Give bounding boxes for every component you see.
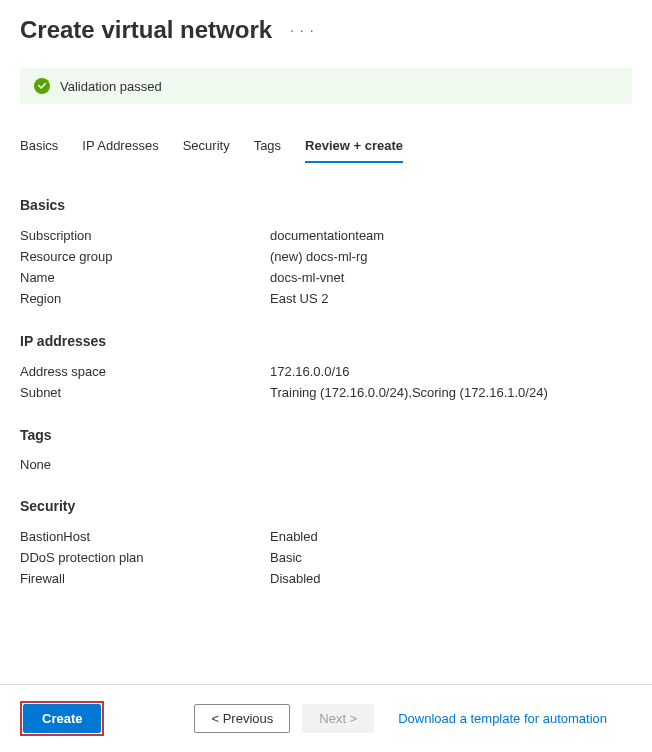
value-resource-group: (new) docs-ml-rg <box>270 249 368 264</box>
value-firewall: Disabled <box>270 571 321 586</box>
tab-bar: Basics IP Addresses Security Tags Review… <box>0 104 652 163</box>
ellipsis-icon[interactable]: · · · <box>290 22 314 38</box>
label-firewall: Firewall <box>20 571 270 586</box>
tab-ip-addresses[interactable]: IP Addresses <box>82 132 158 163</box>
label-region: Region <box>20 291 270 306</box>
page-header: Create virtual network · · · <box>0 0 652 52</box>
check-circle-icon <box>34 78 50 94</box>
value-subnet: Training (172.16.0.0/24),Scoring (172.16… <box>270 385 548 400</box>
row-address-space: Address space 172.16.0.0/16 <box>20 361 632 382</box>
create-button-highlight: Create <box>20 701 104 736</box>
footer-action-bar: Create < Previous Next > Download a temp… <box>0 684 652 752</box>
row-name: Name docs-ml-vnet <box>20 267 632 288</box>
row-ddos: DDoS protection plan Basic <box>20 547 632 568</box>
create-button[interactable]: Create <box>23 704 101 733</box>
label-subnet: Subnet <box>20 385 270 400</box>
value-region: East US 2 <box>270 291 329 306</box>
tab-security[interactable]: Security <box>183 132 230 163</box>
value-address-space: 172.16.0.0/16 <box>270 364 350 379</box>
validation-banner: Validation passed <box>20 68 632 104</box>
previous-button[interactable]: < Previous <box>194 704 290 733</box>
row-firewall: Firewall Disabled <box>20 568 632 589</box>
validation-message: Validation passed <box>60 79 162 94</box>
value-subscription: documentationteam <box>270 228 384 243</box>
tab-basics[interactable]: Basics <box>20 132 58 163</box>
tab-tags[interactable]: Tags <box>254 132 281 163</box>
label-subscription: Subscription <box>20 228 270 243</box>
download-template-link[interactable]: Download a template for automation <box>398 711 607 726</box>
value-bastion: Enabled <box>270 529 318 544</box>
review-content: Basics Subscription documentationteam Re… <box>0 163 652 589</box>
label-name: Name <box>20 270 270 285</box>
label-resource-group: Resource group <box>20 249 270 264</box>
label-address-space: Address space <box>20 364 270 379</box>
row-region: Region East US 2 <box>20 288 632 309</box>
section-header-basics: Basics <box>20 197 632 213</box>
section-header-ip: IP addresses <box>20 333 632 349</box>
section-header-tags: Tags <box>20 427 632 443</box>
label-ddos: DDoS protection plan <box>20 550 270 565</box>
value-name: docs-ml-vnet <box>270 270 344 285</box>
tags-none: None <box>20 455 632 474</box>
section-header-security: Security <box>20 498 632 514</box>
label-bastion: BastionHost <box>20 529 270 544</box>
row-subscription: Subscription documentationteam <box>20 225 632 246</box>
value-ddos: Basic <box>270 550 302 565</box>
page-title: Create virtual network <box>20 16 272 44</box>
row-subnet: Subnet Training (172.16.0.0/24),Scoring … <box>20 382 632 403</box>
row-bastion: BastionHost Enabled <box>20 526 632 547</box>
tab-review-create[interactable]: Review + create <box>305 132 403 163</box>
next-button: Next > <box>302 704 374 733</box>
row-resource-group: Resource group (new) docs-ml-rg <box>20 246 632 267</box>
